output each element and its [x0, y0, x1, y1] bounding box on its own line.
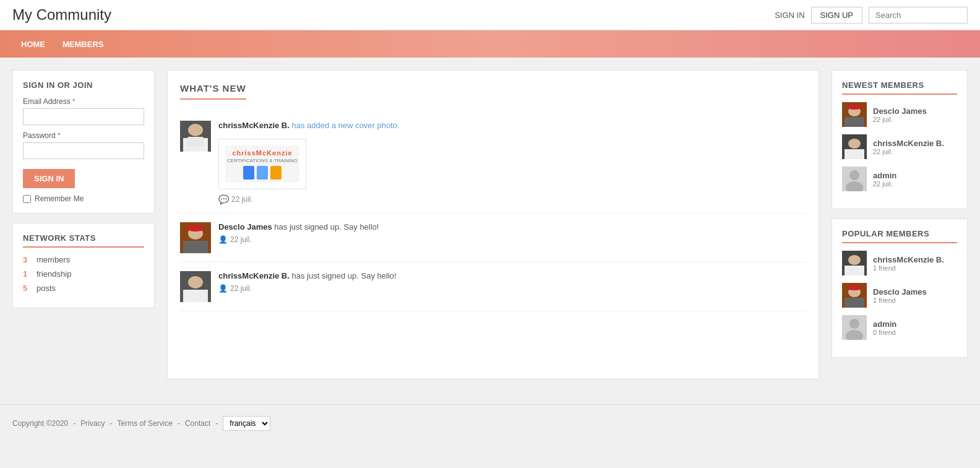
newest-member-2: chrissMcKenzie B. 22 juil.	[842, 134, 957, 159]
site-title: My Community	[12, 6, 111, 24]
icon-2	[257, 166, 268, 180]
signin-box-title: SIGN IN OR JOIN	[23, 80, 144, 90]
network-stats-box: NETWORK STATS 3 members 1 friendship 5 p…	[12, 223, 155, 308]
password-form-group: Password *	[23, 131, 144, 159]
popular-members-box: POPULAR MEMBERS chrissMcKenzie B. 1 frie…	[832, 219, 968, 358]
person-icon: 👤	[218, 235, 228, 244]
cover-photo-icons	[243, 166, 282, 180]
svg-point-24	[848, 255, 861, 265]
icon-3	[270, 166, 282, 180]
activity-text-2: Desclo James has just signed up. Say hel…	[218, 222, 806, 232]
main-layout: SIGN IN OR JOIN Email Address * Password…	[0, 58, 980, 392]
sign-in-link[interactable]: SIGN IN	[775, 11, 804, 20]
whats-new-title: WHAT'S NEW	[180, 83, 246, 100]
popular-member-1: chrissMcKenzie B. 1 friend	[842, 251, 957, 275]
password-label: Password *	[23, 131, 144, 140]
newest-member-2-info: chrissMcKenzie B. 22 juil.	[873, 139, 944, 155]
search-input[interactable]	[869, 7, 968, 24]
right-sidebar: NEWEST MEMBERS Desclo James 22 juil.	[832, 70, 968, 379]
terms-link[interactable]: Terms of Service	[118, 419, 173, 428]
svg-rect-30	[848, 285, 861, 290]
network-stats-title: NETWORK STATS	[23, 233, 144, 248]
remember-me-checkbox[interactable]	[23, 195, 31, 203]
left-sidebar: SIGN IN OR JOIN Email Address * Password…	[12, 70, 155, 379]
activity-item-2: Desclo James has just signed up. Say hel…	[180, 214, 806, 262]
activity-content-2: Desclo James has just signed up. Say hel…	[218, 222, 806, 244]
signin-box: SIGN IN OR JOIN Email Address * Password…	[12, 70, 155, 214]
svg-rect-1	[188, 124, 203, 136]
language-selector[interactable]: français English	[223, 416, 270, 431]
svg-point-32	[849, 319, 859, 329]
svg-rect-11	[183, 290, 208, 302]
activity-meta-1: 💬 22 juil.	[218, 194, 806, 204]
nav-home[interactable]: HOME	[12, 30, 54, 58]
signin-button[interactable]: SIGN IN	[23, 169, 75, 188]
newest-avatar-1	[842, 102, 867, 127]
svg-point-18	[848, 139, 861, 149]
newest-member-1: Desclo James 22 juil.	[842, 102, 957, 127]
email-field[interactable]	[23, 108, 144, 125]
activity-avatar-2	[180, 222, 211, 253]
svg-rect-28	[845, 298, 864, 308]
svg-rect-19	[845, 149, 864, 159]
email-label: Email Address *	[23, 97, 144, 106]
svg-rect-6	[183, 241, 208, 253]
person-icon-2: 👤	[218, 284, 228, 293]
popular-member-1-info: chrissMcKenzie B. 1 friend	[873, 255, 944, 272]
newest-member-1-info: Desclo James 22 juil.	[873, 106, 927, 123]
contact-link[interactable]: Contact	[185, 419, 210, 428]
copyright-text: Copyright ©2020	[12, 419, 68, 428]
svg-rect-14	[845, 117, 864, 127]
icon-1	[243, 166, 254, 180]
popular-member-3: admin 0 friend	[842, 315, 957, 340]
navbar: HOME MEMBERS	[0, 30, 980, 58]
header-right: SIGN IN SIGN UP	[775, 7, 968, 24]
activity-meta-2: 👤 22 juil.	[218, 235, 806, 244]
email-form-group: Email Address *	[23, 97, 144, 125]
popular-avatar-1	[842, 251, 867, 275]
popular-member-2: Desclo James 1 friend	[842, 283, 957, 308]
popular-member-2-info: Desclo James 1 friend	[873, 287, 927, 304]
stat-members: 3 members	[23, 255, 144, 264]
popular-member-3-info: admin 0 friend	[873, 319, 896, 336]
activity-item: chrissMcKenzie B. has added a new cover …	[180, 112, 806, 214]
newest-avatar-2	[842, 134, 867, 159]
svg-point-10	[188, 276, 203, 288]
sign-up-button[interactable]: SIGN UP	[811, 7, 862, 24]
footer: Copyright ©2020 - Privacy - Terms of Ser…	[0, 404, 980, 442]
newest-member-3: admin 22 juil.	[842, 167, 957, 191]
activity-meta-3: 👤 22 juil.	[218, 284, 806, 293]
remember-me-group: Remember Me	[23, 194, 144, 203]
svg-rect-16	[848, 105, 861, 109]
svg-rect-3	[187, 137, 204, 147]
newest-avatar-3	[842, 167, 867, 191]
popular-avatar-2	[842, 283, 867, 308]
activity-item-3: chrissMcKenzie B. has just signed up. Sa…	[180, 262, 806, 311]
newest-member-3-info: admin 22 juil.	[873, 171, 896, 188]
comment-icon: 💬	[218, 194, 229, 204]
activity-text-1: chrissMcKenzie B. has added a new cover …	[218, 121, 806, 130]
stat-posts: 5 posts	[23, 284, 144, 293]
password-field[interactable]	[23, 142, 144, 159]
privacy-link[interactable]: Privacy	[80, 419, 105, 428]
stat-friendship: 1 friendship	[23, 269, 144, 279]
newest-members-box: NEWEST MEMBERS Desclo James 22 juil.	[832, 70, 968, 209]
activity-avatar-1	[180, 121, 211, 152]
cover-photo-inner: chrissMcKenzie CERTIFICATIONS & TRAINING	[225, 145, 299, 183]
activity-content-3: chrissMcKenzie B. has just signed up. Sa…	[218, 271, 806, 293]
svg-rect-8	[187, 225, 204, 230]
activity-avatar-3	[180, 271, 211, 302]
popular-avatar-3	[842, 315, 867, 340]
svg-rect-25	[845, 266, 864, 275]
header: My Community SIGN IN SIGN UP	[0, 0, 980, 30]
center-content: WHAT'S NEW chrissMcKenzie B. has added a…	[167, 70, 819, 379]
popular-members-title: POPULAR MEMBERS	[842, 229, 957, 243]
activity-content-1: chrissMcKenzie B. has added a new cover …	[218, 121, 806, 204]
newest-members-title: NEWEST MEMBERS	[842, 80, 957, 95]
activity-text-3: chrissMcKenzie B. has just signed up. Sa…	[218, 271, 806, 280]
remember-me-label: Remember Me	[35, 194, 84, 203]
svg-point-21	[849, 170, 859, 180]
nav-members[interactable]: MEMBERS	[54, 30, 112, 58]
cover-photo-preview: chrissMcKenzie CERTIFICATIONS & TRAINING	[218, 139, 306, 189]
